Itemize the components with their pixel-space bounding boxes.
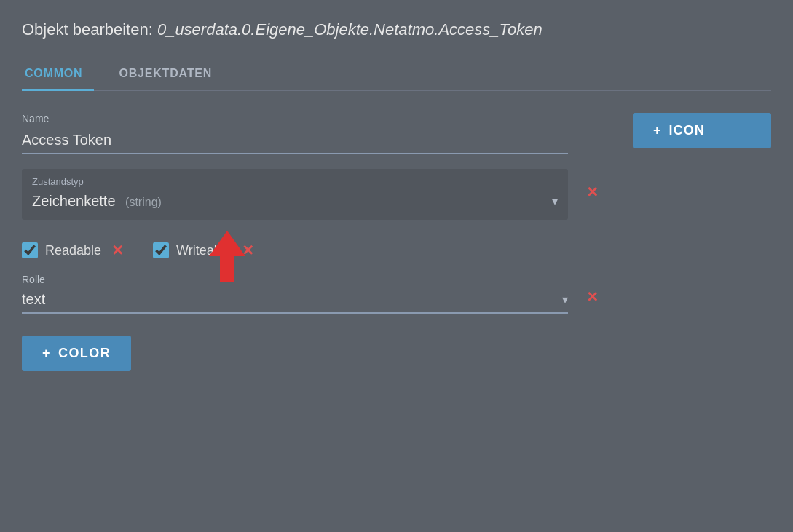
- name-label: Name: [22, 113, 611, 124]
- icon-button-plus: +: [653, 123, 662, 138]
- zustandstyp-label: Zustandstyp: [32, 176, 558, 187]
- zustandstyp-dropdown-arrow[interactable]: ▾: [552, 194, 558, 208]
- content-area: Name Zustandstyp Zeichenkette (string) ▾…: [22, 113, 771, 371]
- rolle-dropdown-arrow[interactable]: ▾: [562, 293, 568, 306]
- form-section: Name Zustandstyp Zeichenkette (string) ▾…: [22, 113, 611, 371]
- zustandstyp-section: Zustandstyp Zeichenkette (string) ▾ ✕: [22, 169, 568, 220]
- icon-button[interactable]: + ICON: [633, 113, 771, 148]
- readable-checkbox[interactable]: [22, 242, 38, 258]
- writeable-checkbox[interactable]: [153, 242, 169, 258]
- color-button-label: COLOR: [58, 346, 111, 361]
- rolle-section: Rolle text ▾ ✕: [22, 274, 568, 314]
- color-button[interactable]: + COLOR: [22, 336, 131, 371]
- zustandstyp-value: Zeichenkette (string): [32, 193, 552, 210]
- icon-button-container: + ICON: [633, 113, 771, 148]
- name-input[interactable]: [22, 129, 568, 154]
- rolle-label: Rolle: [22, 274, 568, 285]
- tabs-container: COMMON OBJEKTDATEN: [22, 60, 771, 91]
- icon-button-label: ICON: [669, 123, 705, 138]
- rolle-close-button[interactable]: ✕: [586, 288, 599, 306]
- rolle-select-row: text ▾: [22, 291, 568, 314]
- color-button-plus: +: [42, 346, 51, 361]
- tab-objektdaten[interactable]: OBJEKTDATEN: [116, 60, 224, 91]
- checkboxes-row: Readable ✕ Writeable ✕: [22, 234, 568, 259]
- name-field-group: Name: [22, 113, 611, 154]
- zustandstyp-select-row: Zeichenkette (string) ▾: [32, 193, 558, 210]
- tab-common[interactable]: COMMON: [22, 60, 94, 91]
- rolle-value: text: [22, 291, 45, 308]
- readable-checkbox-item: Readable ✕: [22, 242, 124, 259]
- zustandstyp-close-button[interactable]: ✕: [586, 183, 599, 201]
- readable-close-button[interactable]: ✕: [111, 242, 124, 259]
- page-title: Objekt bearbeiten: 0_userdata.0.Eigene_O…: [22, 20, 771, 39]
- readable-label: Readable: [45, 243, 101, 258]
